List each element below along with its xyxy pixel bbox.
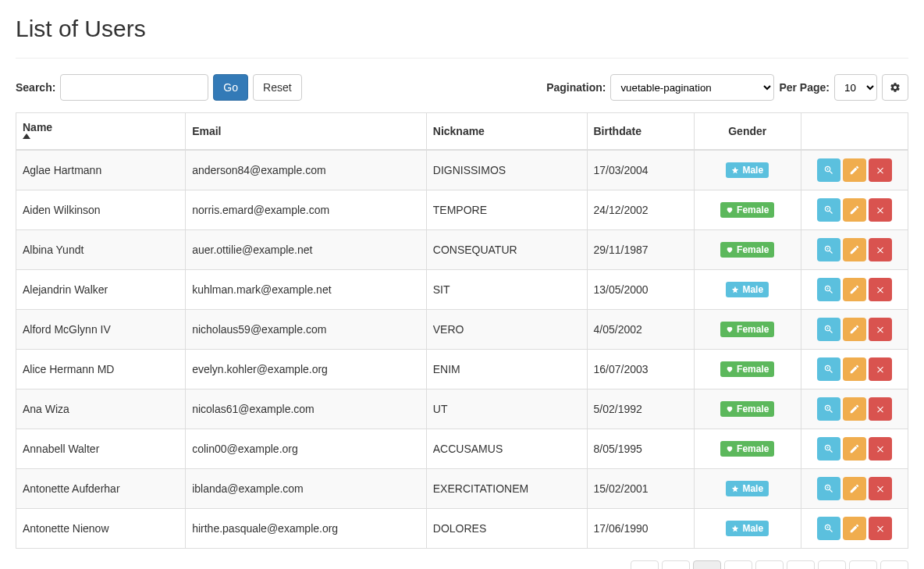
settings-button[interactable] <box>882 74 908 101</box>
cell-actions <box>801 230 908 270</box>
table-row: Antonette Aufderhariblanda@example.comEX… <box>16 469 908 509</box>
column-gender[interactable]: Gender <box>694 113 801 151</box>
cell-gender: Male <box>694 509 801 549</box>
page-number[interactable]: 2 <box>724 560 752 569</box>
heart-icon <box>726 445 734 453</box>
cell-actions <box>801 190 908 230</box>
view-button[interactable] <box>817 278 840 301</box>
gender-badge: Male <box>726 282 769 297</box>
go-button[interactable]: Go <box>213 74 248 101</box>
gender-text: Male <box>742 483 763 494</box>
column-nickname[interactable]: Nickname <box>426 113 587 151</box>
star-icon <box>731 286 739 293</box>
page-next[interactable]: › <box>849 560 877 569</box>
view-button[interactable] <box>817 357 840 381</box>
edit-button[interactable] <box>843 158 866 182</box>
column-email[interactable]: Email <box>186 113 427 151</box>
cell-nickname: DIGNISSIMOS <box>426 150 587 190</box>
cell-nickname: EXERCITATIONEM <box>426 469 587 509</box>
cell-email: anderson84@example.com <box>186 150 427 190</box>
page-last[interactable]: » <box>880 560 908 569</box>
gender-badge: Female <box>720 361 774 377</box>
pagination-select[interactable]: vuetable-pagination <box>610 74 774 101</box>
page-prev[interactable]: ‹ <box>662 560 690 569</box>
view-button[interactable] <box>817 198 840 222</box>
cell-actions <box>801 270 908 310</box>
delete-button[interactable] <box>869 278 892 301</box>
page-number[interactable]: 4 <box>787 560 815 569</box>
view-button[interactable] <box>817 397 840 421</box>
delete-button[interactable] <box>869 198 892 222</box>
column-name[interactable]: Name <box>16 113 186 151</box>
cell-birthdate: 17/03/2004 <box>587 150 694 190</box>
cell-email: norris.emard@example.com <box>186 190 427 230</box>
users-table: Name Email Nickname Birthdate Gender Agl… <box>16 112 908 549</box>
edit-button[interactable] <box>843 278 866 301</box>
cell-nickname: DOLORES <box>426 509 587 549</box>
view-button[interactable] <box>817 318 840 341</box>
gender-text: Female <box>737 364 769 375</box>
cell-birthdate: 29/11/1987 <box>587 230 694 270</box>
star-icon <box>731 485 739 493</box>
per-page-label: Per Page: <box>779 81 830 94</box>
edit-button[interactable] <box>843 318 866 341</box>
delete-button[interactable] <box>869 238 892 261</box>
close-icon <box>876 365 885 374</box>
gender-badge: Female <box>720 202 774 218</box>
close-icon <box>876 404 885 414</box>
page-first[interactable]: « <box>631 560 659 569</box>
view-button[interactable] <box>817 517 840 540</box>
delete-button[interactable] <box>869 158 892 182</box>
close-icon <box>876 524 885 533</box>
edit-button[interactable] <box>843 477 866 500</box>
cell-gender: Female <box>694 230 801 270</box>
cell-actions <box>801 429 908 469</box>
view-button[interactable] <box>817 437 840 461</box>
gender-badge: Male <box>726 162 769 178</box>
cell-birthdate: 17/06/1990 <box>587 509 694 549</box>
view-button[interactable] <box>817 158 840 182</box>
cell-email: kuhlman.mark@example.net <box>186 270 427 310</box>
pagination-label: Pagination: <box>546 81 606 94</box>
per-page-select[interactable]: 10 <box>834 74 877 101</box>
gender-badge: Female <box>720 322 774 337</box>
zoom-in-icon <box>823 244 834 255</box>
edit-button[interactable] <box>843 198 866 222</box>
pencil-icon <box>849 324 860 335</box>
cell-gender: Female <box>694 190 801 230</box>
view-button[interactable] <box>817 238 840 261</box>
delete-button[interactable] <box>869 397 892 421</box>
column-birthdate[interactable]: Birthdate <box>587 113 694 151</box>
edit-button[interactable] <box>843 397 866 421</box>
cell-gender: Female <box>694 429 801 469</box>
table-row: Alford McGlynn IVnicholaus59@example.com… <box>16 310 908 350</box>
delete-button[interactable] <box>869 318 892 341</box>
column-actions <box>801 113 908 151</box>
view-button[interactable] <box>817 477 840 500</box>
edit-button[interactable] <box>843 517 866 540</box>
edit-button[interactable] <box>843 437 866 461</box>
cell-actions <box>801 350 908 389</box>
cell-birthdate: 24/12/2002 <box>587 190 694 230</box>
heart-icon <box>726 365 734 373</box>
edit-button[interactable] <box>843 357 866 381</box>
gender-badge: Female <box>720 242 774 258</box>
delete-button[interactable] <box>869 357 892 381</box>
cell-name: Aglae Hartmann <box>16 150 186 190</box>
page-number[interactable]: 3 <box>755 560 784 569</box>
zoom-in-icon <box>823 284 834 295</box>
gender-text: Female <box>737 404 769 414</box>
cell-birthdate: 13/05/2000 <box>587 270 694 310</box>
cell-email: nicholaus59@example.com <box>186 310 427 350</box>
zoom-in-icon <box>823 204 834 215</box>
delete-button[interactable] <box>869 437 892 461</box>
cell-email: nicolas61@example.com <box>186 389 427 429</box>
reset-button[interactable]: Reset <box>253 74 302 101</box>
delete-button[interactable] <box>869 517 892 540</box>
page-number[interactable]: 5 <box>818 560 846 569</box>
search-input[interactable] <box>60 74 208 101</box>
edit-button[interactable] <box>843 238 866 261</box>
delete-button[interactable] <box>869 477 892 500</box>
cell-name: Aiden Wilkinson <box>16 190 186 230</box>
page-number[interactable]: 1 <box>693 560 721 569</box>
